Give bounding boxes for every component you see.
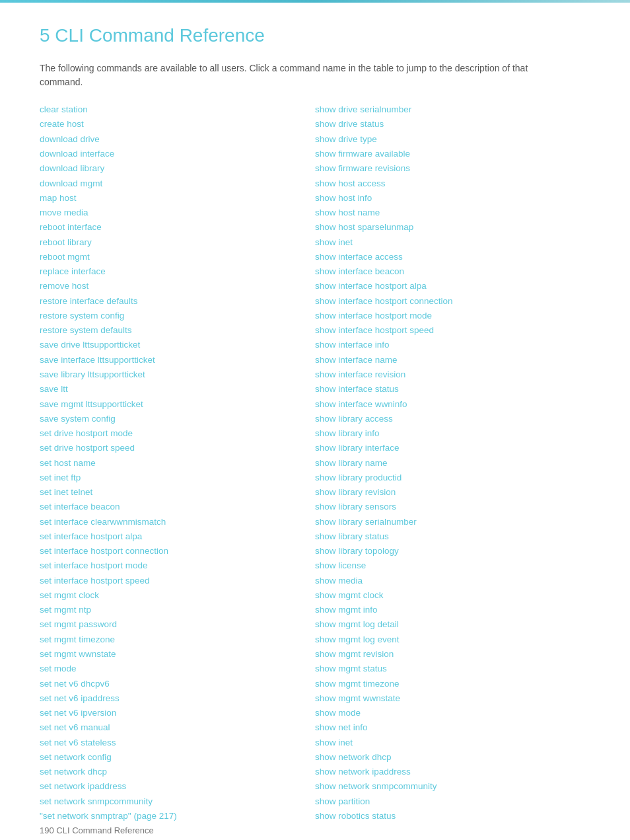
list-item[interactable]: show interface beacon <box>315 264 590 279</box>
list-item[interactable]: show interface wwninfo <box>315 397 590 412</box>
list-item[interactable]: show inet <box>315 736 590 750</box>
list-item[interactable]: set mgmt wwnstate <box>40 647 315 662</box>
list-item[interactable]: show library interface <box>315 441 590 455</box>
list-item[interactable]: set net v6 dhcpv6 <box>40 677 315 691</box>
list-item[interactable]: show mgmt timezone <box>315 677 590 691</box>
list-item[interactable]: set mgmt password <box>40 617 315 632</box>
list-item[interactable]: show interface revision <box>315 367 590 382</box>
list-item[interactable]: show host sparselunmap <box>315 220 590 235</box>
list-item[interactable]: show library name <box>315 456 590 471</box>
list-item[interactable]: show interface hostport mode <box>315 309 590 323</box>
list-item[interactable]: set net v6 manual <box>40 720 315 735</box>
list-item[interactable]: show interface hostport alpa <box>315 279 590 293</box>
list-item[interactable]: set interface hostport alpa <box>40 529 315 544</box>
list-item[interactable]: show firmware available <box>315 147 590 161</box>
list-item[interactable]: show network snmpcommunity <box>315 779 590 794</box>
list-item[interactable]: set mgmt clock <box>40 588 315 603</box>
list-item[interactable]: "set network snmptrap" (page 217) <box>40 809 315 823</box>
list-item[interactable]: set interface beacon <box>40 500 315 514</box>
list-item[interactable]: show net info <box>315 720 590 735</box>
list-item[interactable]: replace interface <box>40 264 315 279</box>
list-item[interactable]: set mode <box>40 662 315 676</box>
list-item[interactable]: show network dhcp <box>315 750 590 765</box>
list-item[interactable]: create host <box>40 117 315 132</box>
list-item[interactable]: save interface lttsupportticket <box>40 353 315 367</box>
list-item[interactable]: show interface access <box>315 250 590 264</box>
list-item[interactable]: show library topology <box>315 544 590 558</box>
list-item[interactable]: show robotics status <box>315 809 590 823</box>
list-item[interactable]: show media <box>315 574 590 588</box>
list-item[interactable]: show drive serialnumber <box>315 102 590 117</box>
list-item[interactable]: download library <box>40 161 315 176</box>
list-item[interactable]: restore interface defaults <box>40 294 315 309</box>
list-item[interactable]: set interface hostport connection <box>40 544 315 558</box>
list-item[interactable]: show library productid <box>315 471 590 485</box>
content-area: 5 CLI Command Reference The following co… <box>0 3 630 840</box>
right-column: show drive serialnumbershow drive status… <box>315 102 590 823</box>
list-item[interactable]: show interface hostport speed <box>315 323 590 338</box>
list-item[interactable]: save ltt <box>40 382 315 397</box>
list-item[interactable]: save library lttsupportticket <box>40 367 315 382</box>
list-item[interactable]: show interface info <box>315 338 590 352</box>
list-item[interactable]: clear station <box>40 102 315 117</box>
list-item[interactable]: show drive type <box>315 132 590 147</box>
list-item[interactable]: show mgmt wwnstate <box>315 691 590 706</box>
list-item[interactable]: set drive hostport mode <box>40 426 315 441</box>
list-item[interactable]: show host name <box>315 206 590 220</box>
list-item[interactable]: show mgmt status <box>315 662 590 676</box>
list-item[interactable]: show interface hostport connection <box>315 294 590 309</box>
list-item[interactable]: show partition <box>315 794 590 809</box>
list-item[interactable]: show library revision <box>315 485 590 500</box>
list-item[interactable]: move media <box>40 206 315 220</box>
list-item[interactable]: set interface clearwwnmismatch <box>40 515 315 529</box>
list-item[interactable]: set inet ftp <box>40 471 315 485</box>
list-item[interactable]: show mgmt log detail <box>315 617 590 632</box>
list-item[interactable]: set host name <box>40 456 315 471</box>
list-item[interactable]: show library access <box>315 412 590 426</box>
list-item[interactable]: set mgmt ntp <box>40 603 315 617</box>
list-item[interactable]: show drive status <box>315 117 590 132</box>
list-item[interactable]: show library sensors <box>315 500 590 514</box>
list-item[interactable]: save system config <box>40 412 315 426</box>
list-item[interactable]: set interface hostport mode <box>40 558 315 573</box>
list-item[interactable]: show host access <box>315 176 590 191</box>
list-item[interactable]: show host info <box>315 191 590 206</box>
list-item[interactable]: remove host <box>40 279 315 293</box>
list-item[interactable]: show inet <box>315 235 590 250</box>
list-item[interactable]: set net v6 ipversion <box>40 706 315 720</box>
list-item[interactable]: show mgmt revision <box>315 647 590 662</box>
list-item[interactable]: set net v6 stateless <box>40 736 315 750</box>
list-item[interactable]: set inet telnet <box>40 485 315 500</box>
list-item[interactable]: show network ipaddress <box>315 765 590 779</box>
list-item[interactable]: show mgmt info <box>315 603 590 617</box>
list-item[interactable]: set network snmpcommunity <box>40 794 315 809</box>
list-item[interactable]: reboot library <box>40 235 315 250</box>
list-item[interactable]: restore system defaults <box>40 323 315 338</box>
list-item[interactable]: set network config <box>40 750 315 765</box>
list-item[interactable]: show library info <box>315 426 590 441</box>
list-item[interactable]: save mgmt lttsupportticket <box>40 397 315 412</box>
list-item[interactable]: show library serialnumber <box>315 515 590 529</box>
list-item[interactable]: show mgmt log event <box>315 632 590 647</box>
list-item[interactable]: show mode <box>315 706 590 720</box>
list-item[interactable]: restore system config <box>40 309 315 323</box>
list-item[interactable]: show interface name <box>315 353 590 367</box>
list-item[interactable]: show license <box>315 558 590 573</box>
list-item[interactable]: show firmware revisions <box>315 161 590 176</box>
list-item[interactable]: set network dhcp <box>40 765 315 779</box>
list-item[interactable]: show interface status <box>315 382 590 397</box>
list-item[interactable]: save drive lttsupportticket <box>40 338 315 352</box>
list-item[interactable]: set net v6 ipaddress <box>40 691 315 706</box>
list-item[interactable]: set drive hostport speed <box>40 441 315 455</box>
list-item[interactable]: download mgmt <box>40 176 315 191</box>
list-item[interactable]: set interface hostport speed <box>40 574 315 588</box>
list-item[interactable]: reboot mgmt <box>40 250 315 264</box>
list-item[interactable]: download drive <box>40 132 315 147</box>
list-item[interactable]: set mgmt timezone <box>40 632 315 647</box>
list-item[interactable]: map host <box>40 191 315 206</box>
list-item[interactable]: set network ipaddress <box>40 779 315 794</box>
list-item[interactable]: show mgmt clock <box>315 588 590 603</box>
list-item[interactable]: reboot interface <box>40 220 315 235</box>
list-item[interactable]: download interface <box>40 147 315 161</box>
list-item[interactable]: show library status <box>315 529 590 544</box>
